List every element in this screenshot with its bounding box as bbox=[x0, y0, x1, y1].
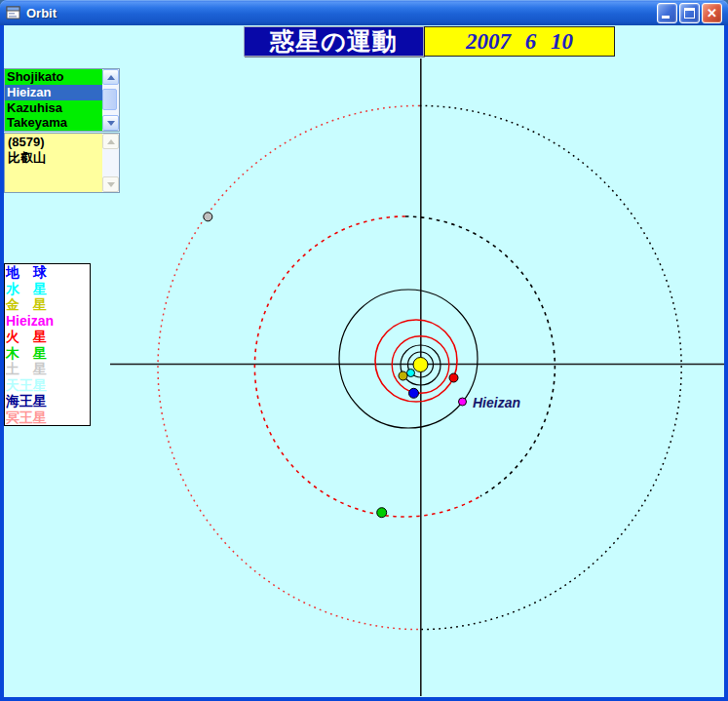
observer-items: ShojikatoHieizanKazuhisaTakeyama bbox=[5, 69, 102, 131]
legend-item: 天王星 bbox=[5, 377, 90, 394]
app-title-label: 惑星の運動 bbox=[244, 26, 424, 57]
legend-item: Hieizan bbox=[5, 313, 90, 330]
app-icon bbox=[6, 5, 21, 20]
close-icon: ✕ bbox=[707, 7, 717, 19]
legend-item: 金 星 bbox=[5, 296, 90, 313]
scroll-up-button-disabled bbox=[102, 134, 119, 149]
legend-items: 地 球水 星金 星Hieizan火 星木 星土 星天王星海王星冥王星 bbox=[5, 264, 90, 425]
observer-listbox[interactable]: ShojikatoHieizanKazuhisaTakeyama bbox=[4, 68, 120, 132]
hieizan-plot-label: Hieizan bbox=[473, 395, 520, 410]
window-title: Orbit bbox=[26, 6, 657, 20]
minimize-icon bbox=[662, 16, 670, 19]
legend-box: 地 球水 星金 星Hieizan火 星木 星土 星天王星海王星冥王星 bbox=[4, 263, 91, 426]
observer-item[interactable]: Kazuhisa bbox=[5, 100, 102, 116]
legend-item: 木 星 bbox=[5, 345, 90, 362]
scroll-track-disabled bbox=[102, 149, 119, 176]
orbit-window: Orbit ✕ Hieizan 惑星の運動 2007 6 10 Shojikat… bbox=[0, 0, 728, 701]
sun-dot bbox=[413, 358, 428, 372]
asteroid-info-line: (8579) bbox=[8, 135, 102, 150]
observer-item[interactable]: Takeyama bbox=[5, 115, 102, 131]
maximize-button[interactable] bbox=[679, 3, 700, 23]
scroll-thumb[interactable] bbox=[102, 89, 117, 110]
scroll-down-button-disabled bbox=[102, 176, 119, 192]
saturn-dot bbox=[204, 213, 212, 221]
mercury-dot bbox=[407, 370, 415, 377]
maximize-icon bbox=[684, 8, 695, 19]
asteroid-info-lines: (8579)比叡山 bbox=[5, 134, 102, 192]
scroll-track[interactable] bbox=[102, 85, 119, 115]
legend-item: 土 星 bbox=[5, 361, 90, 377]
client-area: Hieizan 惑星の運動 2007 6 10 ShojikatoHieizan… bbox=[4, 25, 724, 697]
venus-dot bbox=[399, 371, 407, 380]
info-scrollbar bbox=[102, 134, 119, 192]
legend-item: 海王星 bbox=[5, 393, 90, 409]
minimize-button[interactable] bbox=[657, 3, 677, 23]
observer-item[interactable]: Shojikato bbox=[5, 69, 102, 85]
jupiter-dot bbox=[377, 508, 387, 518]
scroll-up-button[interactable] bbox=[102, 69, 119, 85]
arrow-down-icon bbox=[107, 182, 115, 187]
legend-item: 火 星 bbox=[5, 329, 90, 345]
scroll-down-button[interactable] bbox=[102, 115, 119, 131]
asteroid-info-line: 比叡山 bbox=[8, 150, 102, 166]
earth-dot bbox=[409, 388, 419, 398]
arrow-down-icon bbox=[107, 121, 115, 126]
hieizan-dot bbox=[459, 398, 467, 406]
mars-dot bbox=[449, 373, 458, 382]
legend-item: 冥王星 bbox=[5, 409, 90, 426]
legend-item: 水 星 bbox=[5, 281, 90, 297]
asteroid-info-box[interactable]: (8579)比叡山 bbox=[4, 133, 120, 193]
observer-item[interactable]: Hieizan bbox=[5, 85, 102, 100]
titlebar[interactable]: Orbit ✕ bbox=[0, 0, 728, 25]
close-button[interactable]: ✕ bbox=[702, 3, 722, 23]
observer-scrollbar[interactable] bbox=[102, 69, 119, 131]
date-label: 2007 6 10 bbox=[424, 26, 615, 57]
arrow-up-icon bbox=[107, 75, 115, 80]
legend-item: 地 球 bbox=[5, 264, 90, 281]
arrow-up-icon bbox=[107, 139, 115, 144]
